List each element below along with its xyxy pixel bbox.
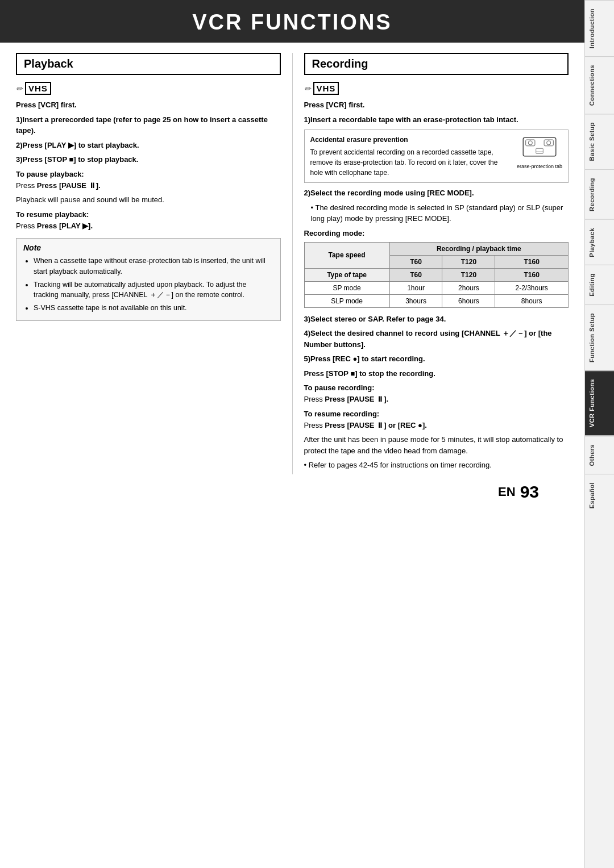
playback-press-vcr: Press [VCR] first. (16, 99, 281, 111)
vhs-logo-recording: ✏ VHS (304, 82, 569, 95)
page-title-bar: VCR FUNCTIONS (0, 0, 584, 43)
recording-step3: 3)Select stereo or SAP. Refer to page 34… (304, 314, 569, 325)
recording-step4: 4)Select the desired channel to record u… (304, 328, 569, 350)
sidebar-tab-basic-setup[interactable]: Basic Setup (585, 114, 614, 169)
playback-step3: 3)Press [STOP ■] to stop playback. (16, 154, 281, 165)
sidebar-tab-function-setup[interactable]: Function Setup (585, 304, 614, 370)
recording-stop: Press [STOP ■] to stop the recording. (304, 368, 569, 379)
recording-column: Recording ✏ VHS Press [VCR] first. 1)Ins… (293, 53, 575, 474)
playback-column: Playback ✏ VHS Press [VCR] first. 1)Inse… (10, 53, 293, 474)
sidebar-tab-vcr-functions[interactable]: VCR Functions (585, 370, 614, 435)
cassette-diagram: erase-protection tab (517, 135, 562, 171)
sidebar-tabs: Introduction Connections Basic Setup Rec… (584, 0, 614, 868)
timer-note: • Refer to pages 42-45 for instructions … (304, 460, 569, 471)
vhs-logo-playback: ✏ VHS (16, 82, 281, 95)
rec-mode-heading: Recording mode: (304, 229, 569, 237)
sidebar-tab-espanol[interactable]: Español (585, 474, 614, 516)
erasure-diagram-label: erase-protection tab (517, 163, 562, 171)
resume-rec-text: Press Press [PAUSE ⏸] or [REC ●]. (304, 420, 569, 431)
vhs-text-playback: VHS (25, 82, 51, 95)
recording-press-vcr: Press [VCR] first. (304, 99, 569, 111)
erasure-box: Accidental erasure prevention To prevent… (304, 130, 569, 183)
note-title: Note (23, 243, 273, 252)
pause-text: Press Press [PAUSE ⏸]. (16, 180, 281, 191)
svg-rect-5 (536, 148, 544, 153)
playback-header: Playback (16, 53, 281, 75)
auto-stop-text: After the unit has been in pause mode fo… (304, 434, 569, 456)
sidebar-tab-introduction[interactable]: Introduction (585, 0, 614, 56)
page-title: VCR FUNCTIONS (0, 10, 584, 35)
resume-heading: To resume playback: (16, 210, 281, 219)
resume-rec-heading: To resume recording: (304, 410, 569, 418)
sidebar-tab-playback[interactable]: Playback (585, 219, 614, 265)
en-label: EN (498, 485, 516, 499)
pause-note: Playback will pause and sound will be mu… (16, 194, 281, 206)
playback-step1: 1)Insert a prerecorded tape (refer to pa… (16, 114, 281, 136)
resume-text: Press Press [PLAY ▶]. (16, 220, 281, 232)
vhs-text-recording: VHS (313, 82, 339, 95)
sidebar-tab-others[interactable]: Others (585, 436, 614, 474)
pencil-icon-playback: ✏ (16, 84, 23, 93)
sidebar-tab-editing[interactable]: Editing (585, 265, 614, 304)
recording-table: Tape speed Recording / playback time T60… (304, 242, 569, 308)
page-number-bar: EN 93 (0, 474, 584, 507)
erasure-text: To prevent accidental recording on a rec… (310, 147, 511, 178)
recording-step2: 2)Select the recording mode using [REC M… (304, 187, 569, 199)
erasure-text-area: Accidental erasure prevention To prevent… (310, 135, 511, 178)
note-item-1: When a cassette tape without erase-prote… (34, 256, 273, 277)
playback-step2: 2)Press [PLAY ▶] to start playback. (16, 140, 281, 151)
note-box: Note When a cassette tape without erase-… (16, 238, 281, 321)
note-item-3: S-VHS cassette tape is not available on … (34, 303, 273, 314)
note-list: When a cassette tape without erase-prote… (23, 256, 273, 314)
recording-step1: 1)Insert a recordable tape with an erase… (304, 114, 569, 126)
recording-step5: 5)Press [REC ●] to start recording. (304, 353, 569, 365)
svg-point-4 (547, 141, 551, 145)
sidebar-tab-recording[interactable]: Recording (585, 169, 614, 219)
pause-heading: To pause playback: (16, 170, 281, 178)
note-item-2: Tracking will be automatically adjusted … (34, 279, 273, 301)
erasure-title: Accidental erasure prevention (310, 135, 511, 145)
pause-rec-text: Press Press [PAUSE ⏸]. (304, 394, 569, 405)
svg-point-3 (528, 141, 532, 145)
cassette-svg (520, 135, 559, 160)
sidebar-tab-connections[interactable]: Connections (585, 56, 614, 114)
pencil-icon-recording: ✏ (304, 84, 311, 93)
pause-rec-heading: To pause recording: (304, 383, 569, 392)
recording-header: Recording (304, 53, 569, 75)
page-number: 93 (520, 482, 539, 502)
recording-step2-bullet: • The desired recording mode is selected… (311, 202, 569, 224)
